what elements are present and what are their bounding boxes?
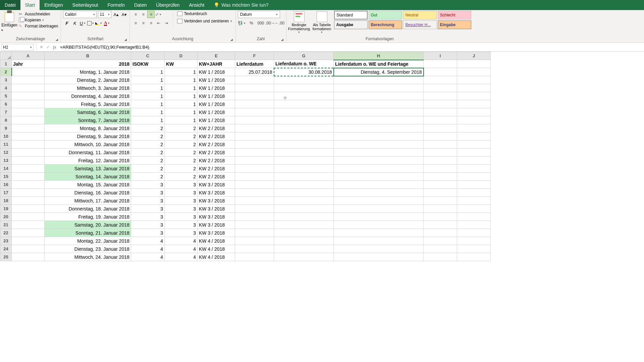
- cell-G13[interactable]: [274, 157, 334, 165]
- cell-D8[interactable]: 1: [165, 116, 198, 124]
- tab-file[interactable]: Datei: [0, 0, 20, 10]
- cell-E1[interactable]: KW+JAHR: [198, 60, 235, 68]
- cell-F4[interactable]: [235, 84, 274, 92]
- cell-E5[interactable]: KW 1 / 2018: [198, 92, 235, 100]
- cell-J4[interactable]: [457, 84, 491, 92]
- cell-I23[interactable]: [424, 237, 457, 245]
- cell-D24[interactable]: 4: [165, 245, 198, 253]
- cell-E3[interactable]: KW 1 / 2018: [198, 76, 235, 84]
- bold-button[interactable]: F: [63, 19, 70, 27]
- col-header-J[interactable]: J: [457, 52, 491, 60]
- cell-J23[interactable]: [457, 237, 491, 245]
- cell-B24[interactable]: Dienstag, 23. Januar 2018: [45, 245, 131, 253]
- col-header-D[interactable]: D: [165, 52, 198, 60]
- cell-G15[interactable]: [274, 173, 334, 181]
- cell-H10[interactable]: [334, 132, 424, 140]
- row-header-13[interactable]: 13: [0, 157, 12, 165]
- cell-C25[interactable]: 4: [131, 253, 165, 261]
- cell-H23[interactable]: [334, 237, 424, 245]
- dialog-launcher-icon[interactable]: ◢: [230, 38, 233, 41]
- number-format-select[interactable]: Datum▾: [238, 11, 280, 18]
- cell-D22[interactable]: 3: [165, 229, 198, 237]
- cell-G2[interactable]: 30.08.2018: [274, 68, 334, 76]
- cell-I6[interactable]: [424, 100, 457, 108]
- cell-H14[interactable]: [334, 165, 424, 173]
- dialog-launcher-icon[interactable]: ◢: [124, 38, 127, 41]
- cell-F6[interactable]: [235, 100, 274, 108]
- cell-B13[interactable]: Freitag, 12. Januar 2018: [45, 157, 131, 165]
- cell-A18[interactable]: [12, 197, 45, 205]
- row-header-6[interactable]: 6: [0, 100, 12, 108]
- cell-F22[interactable]: [235, 229, 274, 237]
- cell-H15[interactable]: [334, 173, 424, 181]
- cell-I14[interactable]: [424, 165, 457, 173]
- cell-E4[interactable]: KW 1 / 2018: [198, 84, 235, 92]
- cell-B14[interactable]: Samstag, 13. Januar 2018: [45, 165, 131, 173]
- cell-I11[interactable]: [424, 140, 457, 148]
- cell-A7[interactable]: [12, 108, 45, 116]
- cell-J2[interactable]: [457, 68, 491, 76]
- cell-A20[interactable]: [12, 213, 45, 221]
- cell-J11[interactable]: [457, 140, 491, 148]
- cell-H6[interactable]: [334, 100, 424, 108]
- border-button[interactable]: ▾: [87, 19, 95, 27]
- cell-I5[interactable]: [424, 92, 457, 100]
- cell-C20[interactable]: 3: [131, 213, 165, 221]
- cell-J20[interactable]: [457, 213, 491, 221]
- cell-B9[interactable]: Montag, 8. Januar 2018: [45, 124, 131, 132]
- cell-B6[interactable]: Freitag, 5. Januar 2018: [45, 100, 131, 108]
- cell-J7[interactable]: [457, 108, 491, 116]
- cell-A9[interactable]: [12, 124, 45, 132]
- cell-G4[interactable]: [274, 84, 334, 92]
- row-header-22[interactable]: 22: [0, 229, 12, 237]
- row-header-19[interactable]: 19: [0, 205, 12, 213]
- row-header-10[interactable]: 10: [0, 132, 12, 140]
- cell-B17[interactable]: Dienstag, 16. Januar 2018: [45, 189, 131, 197]
- dialog-launcher-icon[interactable]: ◢: [56, 38, 58, 41]
- tab-home[interactable]: Start: [20, 0, 40, 10]
- style-schlecht[interactable]: Schlecht: [438, 11, 471, 19]
- cell-F20[interactable]: [235, 213, 274, 221]
- cell-A4[interactable]: [12, 84, 45, 92]
- cell-D3[interactable]: 1: [165, 76, 198, 84]
- cell-G7[interactable]: [274, 108, 334, 116]
- orientation-button[interactable]: ⤢▾: [155, 11, 162, 18]
- cell-F24[interactable]: [235, 245, 274, 253]
- cell-G16[interactable]: [274, 181, 334, 189]
- increase-font-button[interactable]: A▴: [113, 11, 119, 18]
- cell-A1[interactable]: Jahr: [12, 60, 45, 68]
- cell-D5[interactable]: 1: [165, 92, 198, 100]
- cell-C7[interactable]: 1: [131, 108, 165, 116]
- cell-I15[interactable]: [424, 173, 457, 181]
- fill-color-button[interactable]: ◣▾: [95, 19, 103, 27]
- cell-J6[interactable]: [457, 100, 491, 108]
- row-header-1[interactable]: 1: [0, 60, 12, 68]
- cell-B21[interactable]: Samstag, 20. Januar 2018: [45, 221, 131, 229]
- cell-C18[interactable]: 3: [131, 197, 165, 205]
- cell-G1[interactable]: Lieferdatum o. WE: [274, 60, 334, 68]
- cell-J12[interactable]: [457, 148, 491, 157]
- cell-D2[interactable]: 1: [165, 68, 198, 76]
- cell-F25[interactable]: [235, 253, 274, 261]
- cell-D1[interactable]: KW: [165, 60, 198, 68]
- merge-center-button[interactable]: Verbinden und zentrieren▾: [176, 18, 233, 24]
- cell-H7[interactable]: [334, 108, 424, 116]
- cell-F23[interactable]: [235, 237, 274, 245]
- cell-J25[interactable]: [457, 253, 491, 261]
- cell-D21[interactable]: 3: [165, 221, 198, 229]
- col-header-F[interactable]: F: [235, 52, 274, 60]
- cell-J1[interactable]: [457, 60, 491, 68]
- cell-C22[interactable]: 3: [131, 229, 165, 237]
- cell-B2[interactable]: Montag, 1. Januar 2018: [45, 68, 131, 76]
- row-header-18[interactable]: 18: [0, 197, 12, 205]
- decrease-indent-button[interactable]: ⇤: [155, 19, 162, 27]
- accounting-format-button[interactable]: 💱▾: [238, 19, 247, 27]
- cell-C1[interactable]: ISOKW: [131, 60, 165, 68]
- row-header-14[interactable]: 14: [0, 165, 12, 173]
- conditional-formatting-button[interactable]: Bedingte Formatierung▾: [288, 11, 310, 34]
- row-header-16[interactable]: 16: [0, 181, 12, 189]
- cell-B15[interactable]: Sonntag, 14. Januar 2018: [45, 173, 131, 181]
- col-header-A[interactable]: A: [12, 52, 45, 60]
- row-header-12[interactable]: 12: [0, 148, 12, 157]
- cell-J8[interactable]: [457, 116, 491, 124]
